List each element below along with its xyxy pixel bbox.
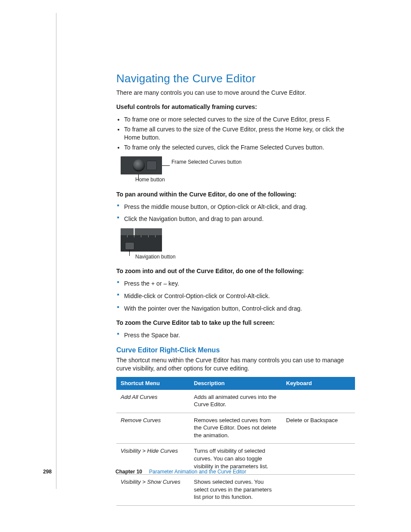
chapter-label: Chapter 10 — [115, 468, 142, 475]
fullscreen-item: Press the Space bar. — [116, 331, 355, 339]
figure-navigation-button — [121, 228, 355, 252]
zoom-item: Press the + or – key. — [116, 280, 355, 288]
pan-item: Press the middle mouse button, or Option… — [116, 203, 355, 211]
page-title: Navigating the Curve Editor — [116, 71, 355, 86]
figure-caption-right: Frame Selected Curves button — [171, 156, 242, 165]
useful-item: To frame one or more selected curves to … — [124, 115, 355, 124]
zoom-item: With the pointer over the Navigation but… — [116, 305, 355, 313]
th-keyboard: Keyboard — [282, 377, 355, 390]
zoom-item: Middle-click or Control-Option-click or … — [116, 292, 355, 300]
fullscreen-heading: To zoom the Curve Editor tab to take up … — [116, 319, 355, 327]
table-row: Visibility > Show Curves Shows selected … — [116, 475, 355, 506]
useful-item: To frame only the selected curves, click… — [124, 143, 355, 152]
frame-selected-curves-icon — [146, 161, 157, 170]
page-footer: 298 Chapter 10 Parameter Animation and t… — [43, 468, 355, 475]
table-row: Remove Curves Removes selected curves fr… — [116, 413, 355, 444]
page-number: 298 — [43, 468, 115, 475]
pan-item: Click the Navigation button, and drag to… — [116, 215, 355, 223]
pan-heading: To pan around within the Curve Editor, d… — [116, 190, 355, 199]
home-button-icon — [133, 159, 145, 171]
table-row: Add All Curves Adds all animated curves … — [116, 390, 355, 413]
subsection-heading: Curve Editor Right-Click Menus — [116, 345, 355, 355]
figure-frame-buttons: Frame Selected Curves button — [121, 156, 355, 174]
th-shortcut: Shortcut Menu — [116, 377, 190, 390]
subsection-paragraph: The shortcut menu within the Curve Edito… — [116, 356, 355, 373]
intro-paragraph: There are many controls you can use to m… — [116, 89, 355, 97]
useful-item: To frame all curves to the size of the C… — [124, 125, 355, 142]
left-rule — [56, 13, 56, 489]
zoom-heading: To zoom into and out of the Curve Editor… — [116, 267, 355, 275]
th-description: Description — [190, 377, 282, 390]
figure-caption-below: Home button — [135, 176, 355, 183]
chapter-title: Parameter Animation and the Curve Editor — [149, 468, 246, 475]
shortcut-menu-table: Shortcut Menu Description Keyboard Add A… — [116, 377, 355, 506]
useful-controls-heading: Useful controls for automatically framin… — [116, 103, 355, 111]
navigation-button-icon — [125, 242, 134, 250]
figure2-caption-below: Navigation button — [135, 253, 355, 260]
